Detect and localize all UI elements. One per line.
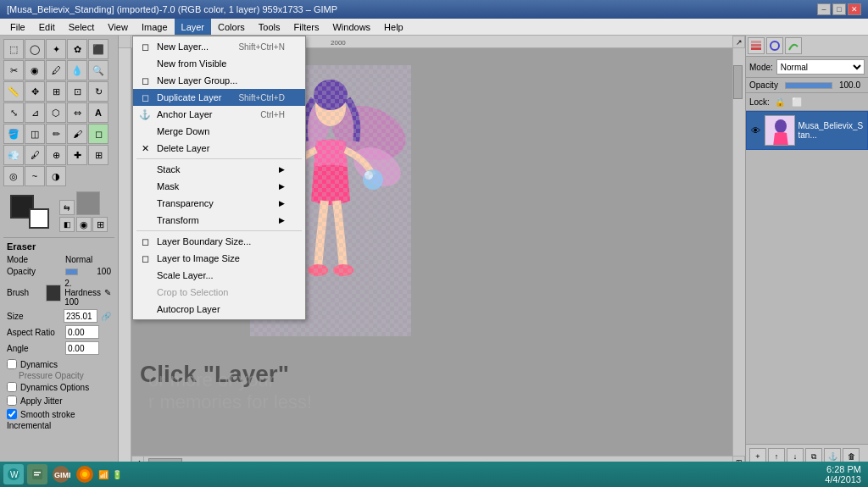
tool-zoom[interactable]: 🔍 (88, 60, 108, 80)
menu-windows[interactable]: Windows (326, 19, 377, 35)
edit-brush-icon[interactable]: ✎ (104, 288, 111, 297)
layers-icon[interactable] (748, 37, 765, 54)
close-button[interactable]: ✕ (848, 3, 861, 15)
tool-smudge[interactable]: ~ (25, 166, 45, 186)
menu-autocrop-layer[interactable]: Autocrop Layer (133, 301, 305, 318)
menu-image[interactable]: Image (135, 19, 175, 35)
tool-pencil[interactable]: ✏ (46, 124, 66, 144)
taskbar-files[interactable] (27, 464, 47, 484)
aspect-input[interactable] (65, 325, 99, 339)
menu-duplicate-layer[interactable]: ◻ Duplicate Layer Shift+Ctrl+D (133, 89, 305, 106)
tool-paintbrush[interactable]: 🖌 (67, 124, 87, 144)
size-input[interactable] (64, 309, 97, 323)
menu-stack[interactable]: Stack ▶ (133, 161, 305, 178)
layer-item[interactable]: 👁 Musa_Believix_Stan... (746, 111, 868, 150)
menu-view[interactable]: View (101, 19, 135, 35)
channels-icon[interactable] (766, 37, 783, 54)
tool-dodge-burn[interactable]: ◑ (46, 166, 66, 186)
tool-scale[interactable]: ⤡ (3, 102, 24, 123)
tool-eraser[interactable]: ◻ (88, 124, 108, 144)
menu-tools[interactable]: Tools (252, 19, 287, 35)
scrollbar-v-thumb[interactable] (733, 65, 743, 99)
window-controls: – □ ✕ (817, 3, 861, 15)
tool-crop[interactable]: ⊡ (67, 81, 87, 102)
tool-foreground-select[interactable]: ◉ (25, 60, 45, 80)
mode-select[interactable]: Normal Multiply Screen (776, 59, 865, 75)
opacity-bar-panel[interactable] (785, 82, 832, 89)
tool-rect-select[interactable]: ⬚ (3, 39, 24, 59)
default-colors-button[interactable]: ◧ (59, 217, 75, 232)
size-lock-icon[interactable]: 🔗 (101, 312, 111, 321)
tool-move[interactable]: ✥ (25, 81, 45, 102)
tool-bucket-fill[interactable]: 🪣 (3, 124, 24, 144)
brush-select-btn[interactable]: ◉ (76, 217, 92, 232)
menu-filters[interactable]: Filters (287, 19, 326, 35)
menu-file[interactable]: File (3, 19, 32, 35)
merge-down-icon (138, 125, 152, 138)
tool-free-select[interactable]: ✦ (46, 39, 66, 59)
dynamics-checkbox[interactable] (7, 359, 17, 369)
menu-layer[interactable]: Layer (175, 19, 212, 35)
menu-delete-layer[interactable]: ✕ Delete Layer (133, 140, 305, 157)
layer-dropdown-menu: ◻ New Layer... Shift+Ctrl+N New from Vis… (132, 36, 306, 320)
pattern-select-btn[interactable]: ⊞ (92, 217, 108, 232)
menu-new-layer[interactable]: ◻ New Layer... Shift+Ctrl+N (133, 38, 305, 55)
menu-merge-down[interactable]: Merge Down (133, 123, 305, 140)
tool-clone[interactable]: ⊕ (46, 145, 66, 165)
tool-align[interactable]: ⊞ (46, 81, 66, 102)
taskbar-browser[interactable] (75, 464, 95, 484)
tool-select-by-color[interactable]: ⬛ (88, 39, 108, 59)
menu-select[interactable]: Select (62, 19, 102, 35)
tool-blend[interactable]: ◫ (25, 124, 45, 144)
pattern-btn[interactable] (76, 191, 100, 215)
menu-layer-to-image-size[interactable]: ◻ Layer to Image Size (133, 250, 305, 267)
tool-blur-sharpen[interactable]: ◎ (3, 166, 24, 186)
angle-input[interactable] (65, 341, 99, 355)
menu-layer-boundary-size[interactable]: ◻ Layer Boundary Size... (133, 233, 305, 250)
crop-to-selection-label: Crop to Selection (157, 287, 228, 297)
tool-rotate[interactable]: ↻ (88, 81, 108, 102)
tool-ink[interactable]: 🖋 (25, 145, 45, 165)
tool-heal[interactable]: ✚ (67, 145, 87, 165)
tool-flip[interactable]: ⇔ (67, 102, 87, 123)
menu-mask[interactable]: Mask ▶ (133, 178, 305, 195)
tool-text[interactable]: A (88, 102, 108, 123)
tool-shear[interactable]: ⊿ (25, 102, 45, 123)
opacity-bar[interactable] (65, 268, 78, 275)
scroll-top-right-btn[interactable]: ↗ (732, 36, 745, 48)
tool-airbrush[interactable]: 💨 (3, 145, 24, 165)
menu-colors[interactable]: Colors (211, 19, 252, 35)
scroll-vertical[interactable] (732, 48, 745, 456)
lock-alpha-btn[interactable]: ⬜ (790, 95, 804, 108)
tool-fuzzy-select[interactable]: ✿ (67, 39, 87, 59)
menu-transparency[interactable]: Transparency ▶ (133, 195, 305, 212)
background-color[interactable] (29, 208, 49, 229)
minimize-button[interactable]: – (817, 3, 831, 15)
tool-perspective-clone[interactable]: ⊞ (88, 145, 108, 165)
tool-ellipse-select[interactable]: ◯ (25, 39, 45, 59)
swap-colors-button[interactable]: ⇆ (59, 200, 75, 215)
svg-rect-18 (751, 41, 761, 43)
menu-anchor-layer[interactable]: ⚓ Anchor Layer Ctrl+H (133, 106, 305, 123)
menu-edit[interactable]: Edit (32, 19, 62, 35)
taskbar-start[interactable]: W (3, 464, 24, 484)
brush-preview[interactable] (46, 285, 62, 302)
menu-transform[interactable]: Transform ▶ (133, 212, 305, 229)
layer-visibility-toggle[interactable]: 👁 (750, 124, 761, 137)
menu-new-layer-group[interactable]: ◻ New Layer Group... (133, 72, 305, 89)
taskbar-gimp[interactable]: GIMP (51, 464, 71, 484)
paths-icon[interactable] (785, 37, 802, 54)
menu-help[interactable]: Help (377, 19, 410, 35)
menu-scale-layer[interactable]: Scale Layer... (133, 267, 305, 284)
maximize-button[interactable]: □ (832, 3, 846, 15)
smooth-stroke-checkbox[interactable] (7, 409, 17, 419)
menu-new-from-visible[interactable]: New from Visible (133, 55, 305, 72)
lock-pixels-btn[interactable]: 🔒 (773, 95, 787, 108)
tool-color-picker[interactable]: 💧 (67, 60, 87, 80)
apply-jitter-checkbox[interactable] (7, 396, 17, 406)
dynamics-options-checkbox[interactable] (7, 382, 17, 392)
tool-paths[interactable]: 🖊 (46, 60, 66, 80)
tool-perspective[interactable]: ⬡ (46, 102, 66, 123)
tool-scissors[interactable]: ✂ (3, 60, 24, 80)
tool-measure[interactable]: 📏 (3, 81, 24, 102)
